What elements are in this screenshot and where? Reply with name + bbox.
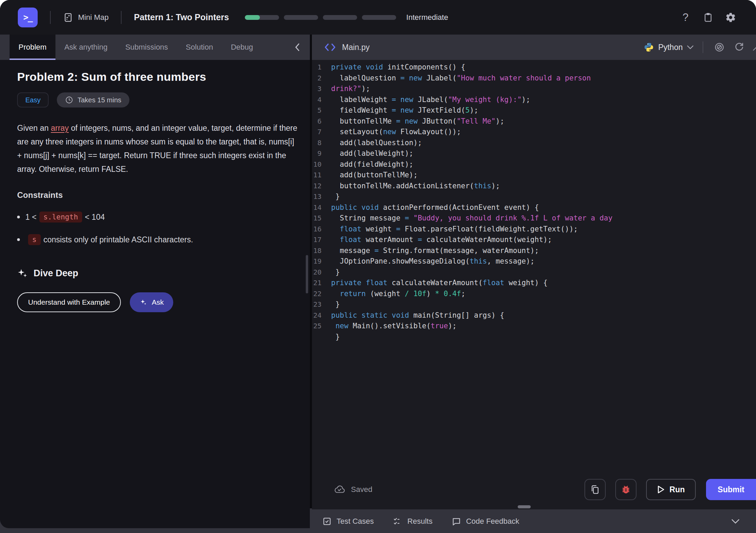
expand-icon-partial [752, 43, 756, 52]
autorun-disabled-button[interactable] [712, 40, 727, 54]
collapse-panel-button[interactable] [290, 35, 305, 60]
code-line: 15 String message = "Buddy, you should d… [312, 213, 756, 224]
line-number: 6 [312, 116, 331, 127]
top-bar: >_ Mini Map Pattern 1: Two Pointers Inte… [0, 0, 756, 35]
code-chip: s.length [39, 212, 82, 223]
python-logo-icon [644, 42, 654, 52]
chevron-left-icon [294, 43, 301, 51]
tab-solution[interactable]: Solution [177, 35, 222, 60]
code-line: 12 buttonTellMe.addActionListener(this); [312, 181, 756, 192]
copy-code-button[interactable] [584, 479, 606, 500]
run-button[interactable]: Run [646, 479, 696, 500]
line-number: 17 [312, 234, 331, 245]
problem-content: Problem 2: Sum of three numbers Easy Tak… [0, 60, 310, 312]
tab-problem[interactable]: Problem [10, 35, 55, 60]
bug-icon [621, 484, 631, 495]
line-number: 1 [312, 62, 331, 73]
reset-code-button[interactable] [732, 40, 746, 54]
editor-footer: Saved [312, 479, 756, 500]
help-icon: ? [682, 11, 688, 24]
line-number: 22 [312, 289, 331, 300]
collapse-drawer-button[interactable] [729, 515, 742, 528]
constraint-item: s consists only of printable ASCII chara… [17, 234, 293, 245]
line-number: 20 [312, 267, 331, 278]
mini-map-icon [63, 12, 73, 23]
cloud-check-icon [334, 485, 345, 494]
progress-segment [245, 15, 279, 20]
code-line: 11 add(buttonTellMe); [312, 170, 756, 181]
debug-button[interactable] [615, 479, 637, 500]
clock-icon [65, 96, 73, 104]
divider [703, 41, 703, 53]
code-line: 8 add(labelQuestion); [312, 138, 756, 149]
line-number: 18 [312, 245, 331, 256]
line-number: 16 [312, 224, 331, 235]
tab-results[interactable]: Results [393, 517, 432, 526]
line-number: 3 [312, 84, 331, 94]
constraints-heading: Constraints [17, 190, 293, 200]
tab-ask-anything[interactable]: Ask anything [55, 35, 116, 60]
progress-bar [245, 15, 396, 20]
code-line: 23 } [312, 299, 756, 310]
gear-icon [725, 12, 736, 23]
constraint-item: 1 < s.length < 104 [17, 212, 293, 223]
code-line: 13 } [312, 191, 756, 202]
line-number: 21 [312, 278, 331, 289]
code-line: 14public void actionPerformed(ActionEven… [312, 202, 756, 213]
file-name: Main.py [342, 43, 370, 52]
ask-button[interactable]: Ask [130, 292, 173, 312]
tab-submissions[interactable]: Submissions [116, 35, 177, 60]
code-line: 20 } [312, 267, 756, 278]
difficulty-level: Intermediate [406, 13, 448, 22]
progress-segment [362, 15, 396, 20]
checkbox-icon [322, 517, 332, 526]
pattern-title: Pattern 1: Two Pointers [134, 12, 229, 22]
divider [121, 11, 122, 24]
editor-header: Main.py Python [312, 35, 756, 60]
chevron-down-icon [731, 519, 740, 524]
problem-tabs: ProblemAsk anythingSubmissionsSolutionDe… [0, 35, 310, 60]
progress-segment [284, 15, 318, 20]
code-line: } [312, 332, 756, 343]
code-line: 19 JOptionPane.showMessageDialog(this, m… [312, 256, 756, 267]
code-line: 24public static void main(String[] args)… [312, 310, 756, 321]
dive-deep-title: Dive Deep [34, 268, 78, 279]
line-number: 14 [312, 202, 331, 213]
language-selector[interactable]: Python [644, 42, 694, 52]
code-line: 7 setLayout(new FlowLayout()); [312, 127, 756, 138]
tab-test-cases[interactable]: Test Cases [322, 517, 374, 526]
mini-map-button[interactable]: Mini Map [63, 12, 109, 23]
line-number: 12 [312, 181, 331, 192]
code-line: 6 buttonTellMe = new JButton("Tell Me"); [312, 116, 756, 127]
line-number: 9 [312, 148, 331, 159]
difficulty-badge[interactable]: Easy [17, 92, 49, 107]
clipboard-button[interactable] [701, 10, 716, 25]
settings-button[interactable] [723, 10, 738, 25]
line-number: 11 [312, 170, 331, 181]
line-number: 2 [312, 73, 331, 84]
circle-slash-icon [714, 42, 725, 53]
code-line: 4 labelWeight = new JLabel("My weight (k… [312, 94, 756, 105]
tab-code-feedback[interactable]: Code Feedback [452, 517, 519, 526]
code-line: 21private float calculateWaterAmount(flo… [312, 278, 756, 289]
understand-with-example-button[interactable]: Understand with Example [17, 292, 121, 312]
save-status: Saved [334, 485, 372, 494]
terminal-icon: >_ [23, 12, 32, 22]
code-editor[interactable]: 1private void initComponents() {2 labelQ… [312, 60, 756, 342]
checklist-icon [393, 517, 403, 526]
scrollbar-thumb[interactable] [306, 255, 308, 293]
copy-icon [590, 484, 600, 495]
problem-description: Given an array of integers, nums, and an… [17, 121, 299, 176]
refresh-icon [734, 42, 745, 53]
code-line: 2 labelQuestion = new JLabel("How much w… [312, 73, 756, 84]
speech-bubble-icon [452, 517, 461, 526]
app-logo[interactable]: >_ [18, 8, 38, 27]
help-button[interactable]: ? [678, 10, 693, 25]
drawer-drag-handle[interactable] [518, 505, 531, 508]
tab-debug[interactable]: Debug [222, 35, 262, 60]
constraints-list: 1 < s.length < 104s consists only of pri… [17, 212, 293, 245]
app-window: >_ Mini Map Pattern 1: Two Pointers Inte… [0, 0, 756, 533]
array-link[interactable]: array [51, 124, 68, 132]
submit-button[interactable]: Submit [706, 479, 756, 500]
code-line: 22 return (weight / 10f) * 0.4f; [312, 289, 756, 300]
